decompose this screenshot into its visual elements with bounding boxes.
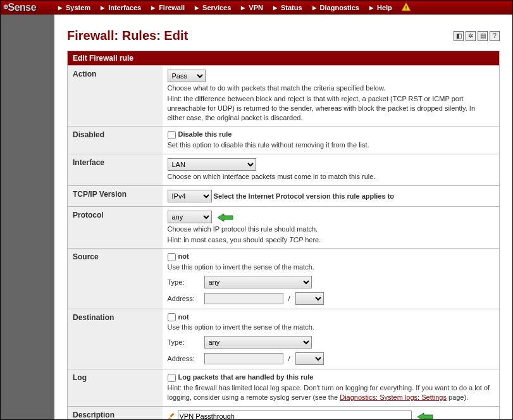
caret-icon: ▶ bbox=[151, 5, 155, 11]
action-select[interactable]: Pass bbox=[168, 70, 206, 82]
nav-status[interactable]: ▶Status bbox=[269, 1, 309, 15]
disabled-checkbox[interactable] bbox=[168, 131, 176, 139]
nav-diagnostics[interactable]: ▶Diagnostics bbox=[309, 1, 366, 15]
label-source: Source bbox=[68, 249, 163, 309]
nav-interfaces[interactable]: ▶Interfaces bbox=[97, 1, 147, 15]
label-description: Description bbox=[68, 406, 163, 419]
nav-services[interactable]: ▶Services bbox=[191, 1, 237, 15]
caret-icon: ▶ bbox=[101, 5, 104, 11]
disabled-desc: Set this option to disable this rule wit… bbox=[168, 140, 495, 150]
label-protocol: Protocol bbox=[68, 206, 163, 249]
interface-desc: Choose on which interface packets must c… bbox=[168, 172, 495, 182]
tcpip-select[interactable]: IPv4 bbox=[168, 190, 212, 202]
left-sidebar bbox=[1, 15, 54, 419]
caret-icon: ▶ bbox=[195, 5, 199, 11]
caret-icon: ▶ bbox=[58, 5, 62, 11]
svg-marker-5 bbox=[417, 413, 433, 419]
alert-icon[interactable]: ! bbox=[401, 2, 411, 13]
nav-firewall[interactable]: ▶Firewall bbox=[147, 1, 191, 15]
label-action: Action bbox=[68, 66, 163, 127]
destination-addr-label: Address: bbox=[168, 355, 199, 362]
svg-marker-2 bbox=[218, 214, 233, 221]
arrow-annotation-description bbox=[417, 412, 434, 419]
toggle-icon[interactable]: ◧ bbox=[454, 31, 464, 41]
tcpip-help: Select the Internet Protocol version thi… bbox=[214, 192, 394, 200]
source-not-checkbox[interactable] bbox=[168, 253, 176, 261]
log-checkbox[interactable] bbox=[168, 374, 176, 382]
label-disabled: Disabled bbox=[68, 127, 163, 154]
top-nav: ⊕Sense ▶System ▶Interfaces ▶Firewall ▶Se… bbox=[1, 1, 512, 15]
destination-mask-select[interactable] bbox=[295, 352, 324, 365]
source-type-label: Type: bbox=[168, 278, 199, 286]
section-header-edit: Edit Firewall rule bbox=[68, 51, 500, 66]
caret-icon: ▶ bbox=[312, 5, 316, 11]
slash-label: / bbox=[288, 355, 290, 362]
destination-addr-input[interactable] bbox=[204, 353, 283, 364]
destination-not-checkbox[interactable] bbox=[168, 313, 176, 321]
help-icon[interactable]: ? bbox=[490, 31, 500, 41]
syslog-settings-link[interactable]: Diagnostics: System logs: Settings bbox=[340, 393, 447, 401]
slash-label: / bbox=[288, 295, 290, 302]
log-desc: Hint: the firewall has limited local log… bbox=[168, 383, 495, 402]
brand-logo: ⊕Sense bbox=[1, 2, 54, 13]
caret-icon: ▶ bbox=[273, 5, 277, 11]
log-checkbox-row[interactable]: Log packets that are handled by this rul… bbox=[168, 373, 314, 381]
label-destination: Destination bbox=[68, 309, 163, 369]
arrow-annotation-protocol bbox=[218, 213, 234, 223]
source-not-desc: Use this option to invert the sense of t… bbox=[168, 262, 495, 272]
gear-icon[interactable]: ✲ bbox=[466, 31, 476, 41]
edit-rule-table: Edit Firewall rule Action Pass Choose wh… bbox=[67, 51, 500, 419]
source-not-row[interactable]: not bbox=[168, 252, 189, 260]
nav-system[interactable]: ▶System bbox=[54, 1, 97, 15]
nav-help[interactable]: ▶Help bbox=[366, 1, 399, 15]
list-icon[interactable]: ▤ bbox=[478, 31, 488, 41]
description-input[interactable] bbox=[178, 411, 412, 420]
destination-not-desc: Use this option to invert the sense of t… bbox=[168, 323, 495, 332]
interface-select[interactable]: LAN bbox=[168, 158, 256, 171]
disabled-checkbox-row[interactable]: Disable this rule bbox=[168, 130, 232, 138]
page-title: Firewall: Rules: Edit bbox=[67, 28, 454, 43]
protocol-desc2: Hint: in most cases, you should specify … bbox=[168, 235, 495, 245]
svg-text:!: ! bbox=[405, 4, 407, 11]
action-desc2: Hint: the difference between block and r… bbox=[168, 94, 495, 123]
page-action-icons: ◧ ✲ ▤ ? bbox=[454, 31, 500, 41]
protocol-desc1: Choose which IP protocol this rule shoul… bbox=[168, 225, 495, 234]
source-mask-select[interactable] bbox=[295, 292, 324, 305]
pencil-icon bbox=[168, 413, 175, 419]
caret-icon: ▶ bbox=[369, 5, 373, 11]
caret-icon: ▶ bbox=[241, 5, 245, 11]
action-desc1: Choose what to do with packets that matc… bbox=[168, 83, 495, 93]
label-log: Log bbox=[68, 369, 163, 406]
label-interface: Interface bbox=[68, 154, 163, 185]
source-addr-input[interactable] bbox=[204, 293, 283, 304]
svg-rect-3 bbox=[168, 417, 171, 419]
destination-not-row[interactable]: not bbox=[168, 313, 189, 321]
protocol-select[interactable]: any bbox=[168, 211, 212, 223]
label-tcpip: TCP/IP Version bbox=[68, 185, 163, 206]
nav-vpn[interactable]: ▶VPN bbox=[237, 1, 269, 15]
source-type-select[interactable]: any bbox=[204, 276, 312, 288]
source-addr-label: Address: bbox=[168, 295, 199, 302]
destination-type-select[interactable]: any bbox=[204, 336, 312, 349]
destination-type-label: Type: bbox=[168, 338, 199, 346]
svg-rect-4 bbox=[170, 413, 174, 417]
